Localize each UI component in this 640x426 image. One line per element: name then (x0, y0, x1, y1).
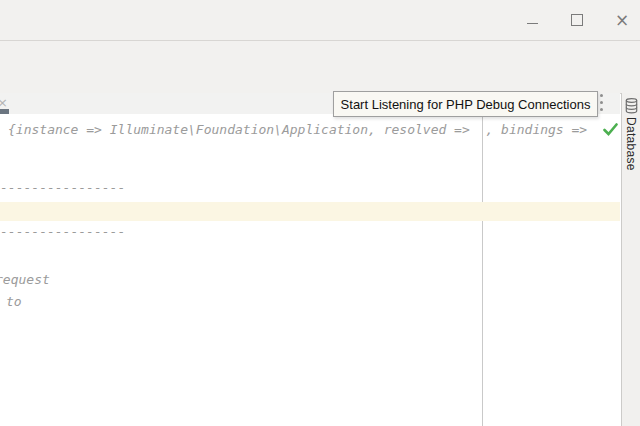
database-icon (625, 98, 638, 119)
hard-wrap-guide (482, 114, 483, 426)
console-panel: × {instance => Illuminate\Foundation\App… (0, 93, 620, 426)
minimize-button[interactable] (520, 8, 544, 32)
console-line: request (0, 271, 50, 289)
close-icon: × (615, 12, 629, 29)
console-line: {instance => Illuminate\Foundation\Appli… (8, 121, 603, 139)
close-button[interactable]: × (610, 8, 634, 32)
tooltip: Start Listening for PHP Debug Connection… (333, 91, 598, 117)
right-toolwindow-bar: Database (621, 93, 640, 426)
console-line: to (6, 293, 22, 311)
minimize-icon (527, 23, 538, 24)
console-line: ---------------- (0, 179, 125, 197)
console-line: ---------------- (0, 223, 125, 241)
active-tab-underline (0, 109, 9, 114)
window-controls: × (520, 0, 640, 40)
main-toolbar: ✓ ✗ PHP phpunit.xml (0, 41, 640, 94)
inspection-ok-icon (603, 122, 618, 140)
maximize-button[interactable] (565, 8, 589, 32)
highlighted-console-row (0, 202, 620, 221)
toolwindow-tab-database[interactable]: Database (624, 117, 638, 171)
maximize-icon (571, 14, 583, 26)
title-bar: × (0, 0, 640, 41)
tab-close-icon[interactable]: × (0, 95, 8, 110)
drag-dots-icon (600, 94, 603, 111)
